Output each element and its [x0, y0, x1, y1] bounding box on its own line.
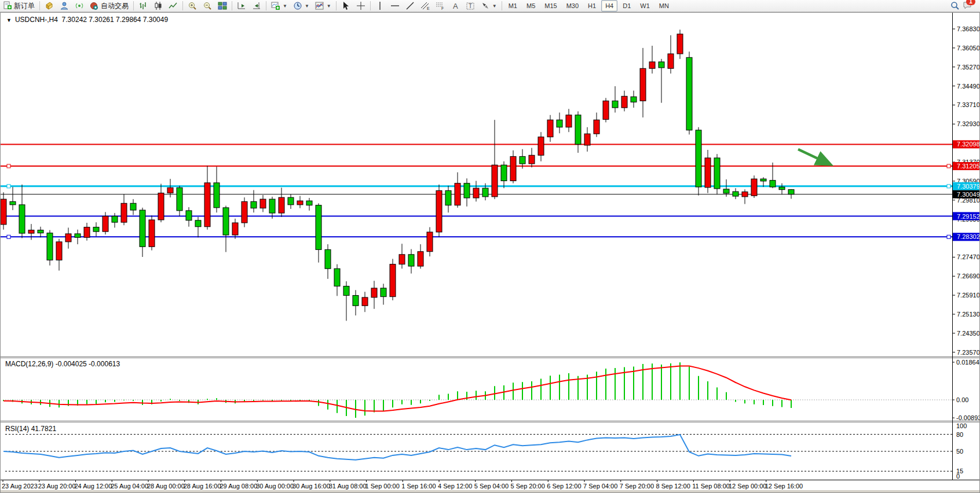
chart-shift-button[interactable]: [249, 0, 264, 12]
trendline-icon: [405, 1, 415, 10]
periods-clock-icon: [293, 1, 302, 10]
svg-text:7.32098: 7.32098: [957, 141, 979, 148]
cursor-tool-button[interactable]: [338, 0, 353, 12]
fibonacci-icon: F: [436, 1, 445, 10]
svg-text:29 Aug 08:00: 29 Aug 08:00: [220, 483, 258, 490]
symbol-ohlc-values: 7.30242 7.30261 7.29864 7.30049: [62, 16, 169, 24]
chat-button[interactable]: 1: [963, 1, 972, 12]
rsi-name: RSI(14): [5, 425, 29, 433]
svg-text:7.31205: 7.31205: [957, 163, 979, 170]
timeframe-button-M5[interactable]: M5: [522, 0, 539, 12]
horizontal-line-icon: [390, 1, 400, 10]
svg-text:7.36830: 7.36830: [957, 25, 979, 32]
timeframe-button-M30[interactable]: M30: [562, 0, 583, 12]
timeframe-button-M1[interactable]: M1: [504, 0, 521, 12]
timeframe-button-W1[interactable]: W1: [636, 0, 654, 12]
timeframe-button-MN[interactable]: MN: [655, 0, 673, 12]
new-order-button[interactable]: 新订单: [0, 0, 38, 12]
zoom-out-button[interactable]: [200, 0, 215, 12]
svg-text:7.34490: 7.34490: [957, 83, 979, 90]
new-chart-icon: [271, 1, 280, 10]
svg-text:7.24350: 7.24350: [957, 330, 979, 337]
separator: [336, 1, 337, 10]
svg-text:5 Sep 04:00: 5 Sep 04:00: [474, 483, 509, 490]
svg-text:7.32930: 7.32930: [957, 120, 979, 127]
svg-text:23 Aug 20:00: 23 Aug 20:00: [38, 483, 76, 490]
channel-icon: E: [420, 1, 430, 10]
symbol-name: USDCNH-,H4: [15, 16, 58, 24]
label-tool-button[interactable]: T: [463, 0, 478, 12]
svg-text:5 Sep 20:00: 5 Sep 20:00: [511, 483, 545, 490]
periods-button[interactable]: ▼: [290, 0, 312, 12]
rsi-indicator-label: RSI(14) 41.7821: [5, 425, 56, 433]
svg-text:7.30379: 7.30379: [957, 183, 979, 190]
svg-text:8 Sep 12:00: 8 Sep 12:00: [656, 483, 690, 490]
community-button[interactable]: [57, 0, 72, 12]
auto-scroll-button[interactable]: [234, 0, 249, 12]
market-button[interactable]: [42, 0, 57, 12]
svg-text:E: E: [427, 6, 430, 10]
macd-indicator-label: MACD(12,26,9) -0.004025 -0.000613: [5, 360, 120, 368]
auto-trading-icon: [90, 1, 99, 10]
timeframe-toolbar: M1M5M15M30H1H4D1W1MN: [504, 0, 674, 12]
label-icon: T: [466, 1, 475, 10]
timeframe-button-H4[interactable]: H4: [601, 0, 617, 12]
new-order-icon: [3, 1, 12, 10]
fibonacci-tool-button[interactable]: F: [433, 0, 448, 12]
arrows-tool-button[interactable]: ▼: [478, 0, 500, 12]
svg-text:7 Sep 04:00: 7 Sep 04:00: [583, 483, 617, 490]
new-order-label: 新订单: [14, 1, 35, 11]
svg-text:15: 15: [956, 468, 963, 474]
separator: [133, 1, 134, 10]
rsi-value: 41.7821: [31, 425, 56, 433]
trendline-tool-button[interactable]: [403, 0, 418, 12]
svg-text:0.018641: 0.018641: [956, 359, 979, 366]
svg-text:11 Sep 08:00: 11 Sep 08:00: [692, 483, 730, 490]
crosshair-tool-button[interactable]: [353, 0, 368, 12]
svg-text:7.26690: 7.26690: [957, 273, 979, 279]
search-icon: [950, 1, 960, 10]
notification-badge: 1: [966, 0, 975, 5]
vertical-line-icon: [375, 1, 385, 10]
tile-windows-button[interactable]: [215, 0, 230, 12]
svg-text:7.25130: 7.25130: [957, 311, 979, 318]
chevron-down-icon: ▼: [492, 3, 497, 9]
chart-canvas[interactable]: 7.368307.360507.352707.344907.337107.329…: [1, 13, 979, 492]
text-tool-button[interactable]: A: [448, 0, 463, 12]
candlestick-type-button[interactable]: [151, 0, 166, 12]
svg-text:1 Sep 00:00: 1 Sep 00:00: [365, 483, 400, 490]
zoom-in-button[interactable]: [185, 0, 200, 12]
bar-chart-type-button[interactable]: [136, 0, 151, 12]
chevron-down-icon: ▼: [327, 3, 331, 9]
auto-scroll-icon: [237, 1, 246, 10]
svg-text:30 Aug 16:00: 30 Aug 16:00: [292, 483, 330, 490]
svg-text:12 Sep 00:00: 12 Sep 00:00: [729, 483, 766, 490]
main-toolbar: 新订单 自动交易 ▼ ▼ ▼ E F A T ▼ M1M5M15M30H1H4D…: [0, 0, 980, 12]
indicators-icon: [315, 1, 324, 10]
channel-tool-button[interactable]: E: [418, 0, 433, 12]
text-icon: A: [451, 1, 460, 10]
separator: [232, 1, 232, 10]
signals-button[interactable]: [72, 0, 87, 12]
expand-triangle-icon[interactable]: ▼: [6, 17, 12, 23]
market-icon: [45, 1, 54, 10]
timeframe-button-M15[interactable]: M15: [540, 0, 561, 12]
timeframe-button-H1[interactable]: H1: [584, 0, 600, 12]
svg-text:1 Sep 16:00: 1 Sep 16:00: [401, 483, 436, 490]
line-chart-type-button[interactable]: [166, 0, 181, 12]
svg-text:7.35270: 7.35270: [957, 64, 979, 71]
svg-text:4 Sep 12:00: 4 Sep 12:00: [438, 483, 472, 490]
indicators-button[interactable]: ▼: [312, 0, 334, 12]
svg-text:30 Aug 00:00: 30 Aug 00:00: [256, 483, 294, 490]
timeframe-button-D1[interactable]: D1: [619, 0, 635, 12]
svg-text:23 Aug 2023: 23 Aug 2023: [2, 483, 38, 490]
arrows-icon: [481, 1, 490, 10]
search-button[interactable]: [948, 0, 963, 12]
auto-trading-button[interactable]: 自动交易: [87, 0, 131, 12]
separator: [266, 1, 266, 10]
new-chart-button[interactable]: ▼: [268, 0, 290, 12]
zoom-out-icon: [203, 1, 212, 10]
vertical-line-tool-button[interactable]: [372, 0, 387, 12]
chart-window: ▼USDCNH-,H4 7.30242 7.30261 7.29864 7.30…: [0, 12, 980, 493]
horizontal-line-tool-button[interactable]: [387, 0, 403, 12]
